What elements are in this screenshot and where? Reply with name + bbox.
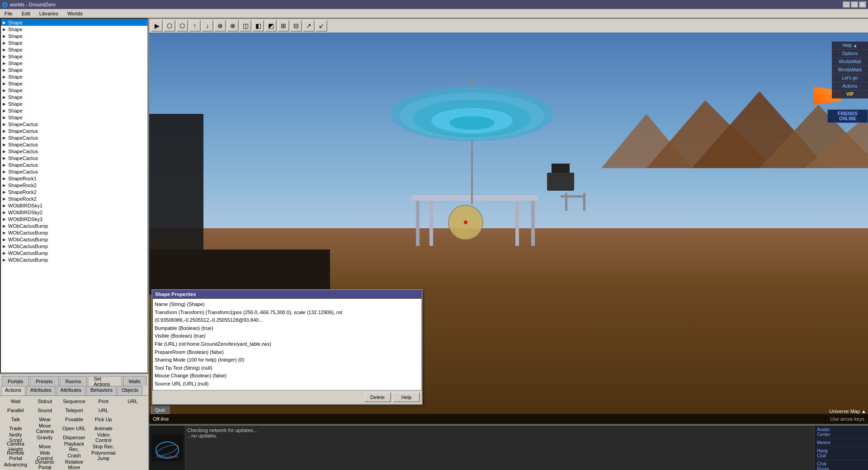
worldsmark-button[interactable]: WorldsMark <box>832 66 868 74</box>
tree-item-27[interactable]: ▶WObBIRDSky1 <box>1 202 147 209</box>
action-cell-6[interactable]: Sound <box>30 406 60 415</box>
action-cell-36[interactable]: Dynamic Portal <box>30 460 60 469</box>
quiz-button[interactable]: Quiz <box>151 406 170 414</box>
action-cell-25[interactable]: Camera Height <box>1 442 30 451</box>
action-cell-32[interactable]: Crash <box>60 451 89 460</box>
tree-item-19[interactable]: ▶ShapeCactus <box>1 148 147 155</box>
tree-item-2[interactable]: ▶Shape <box>1 33 147 39</box>
toolbar-btn-11[interactable]: ⊞ <box>278 20 289 32</box>
tree-item-24[interactable]: ▶ShapeRock2 <box>1 182 147 188</box>
tree-item-3[interactable]: ▶Shape <box>1 39 147 46</box>
help-button-overlay[interactable]: Help ▲ <box>832 42 868 50</box>
action-cell-31[interactable]: Web Control <box>30 451 60 460</box>
toolbar-btn-12[interactable]: ⊟ <box>290 20 302 32</box>
tree-item-14[interactable]: ▶Shape <box>1 114 147 121</box>
tree-item-6[interactable]: ▶Shape <box>1 60 147 66</box>
tree-item-20[interactable]: ▶ShapeCactus <box>1 155 147 161</box>
action-cell-18[interactable]: Animate <box>89 424 118 433</box>
tree-item-33[interactable]: ▶WObCactusBump <box>1 243 147 249</box>
toolbar-btn-7[interactable]: ⊗ <box>227 20 239 32</box>
actions-button-overlay[interactable]: Actions <box>832 82 868 90</box>
options-button-overlay[interactable]: Options <box>832 50 868 58</box>
action-cell-10[interactable]: Talk <box>1 415 30 424</box>
action-cell-26[interactable]: Move <box>30 442 60 451</box>
tree-item-17[interactable]: ▶ShapeCactus <box>1 134 147 141</box>
tree-item-26[interactable]: ▶ShapeRock2 <box>1 195 147 202</box>
tree-item-30[interactable]: ▶WObCactusBump <box>1 222 147 229</box>
action-cell-17[interactable]: Open URL <box>60 424 89 433</box>
toolbar-btn-3[interactable]: ⬡ <box>176 20 188 32</box>
object-tree[interactable]: ▶Shape▶Shape▶Shape▶Shape▶Shape▶Shape▶Sha… <box>0 18 148 373</box>
action-cell-16[interactable]: Move Camera <box>30 424 60 433</box>
tab-actions[interactable]: Actions <box>1 386 25 395</box>
tree-item-21[interactable]: ▶ShapeCactus <box>1 161 147 168</box>
tree-item-9[interactable]: ▶Shape <box>1 80 147 87</box>
tree-item-25[interactable]: ▶ShapeRock2 <box>1 188 147 195</box>
tree-item-34[interactable]: ▶WObCactusBump <box>1 249 147 256</box>
tab-attributes-1[interactable]: Attributes <box>26 386 55 395</box>
action-cell-37[interactable]: Relative Move <box>60 460 89 469</box>
menu-worlds[interactable]: Worlds <box>65 10 85 17</box>
tree-item-4[interactable]: ▶Shape <box>1 46 147 53</box>
action-cell-5[interactable]: Parallel <box>1 406 30 415</box>
letsgo-button[interactable]: Let's go <box>832 74 868 82</box>
action-cell-2[interactable]: Sequence <box>60 397 89 406</box>
action-cell-8[interactable]: URL <box>89 406 118 415</box>
toolbar-btn-2[interactable]: ⬡ <box>164 20 175 32</box>
close-button[interactable]: ✕ <box>859 1 866 8</box>
action-cell-22[interactable]: Dispenser <box>60 433 89 442</box>
tree-item-7[interactable]: ▶Shape <box>1 66 147 73</box>
tree-item-5[interactable]: ▶Shape <box>1 53 147 60</box>
action-cell-12[interactable]: Posable <box>60 415 89 424</box>
tree-item-11[interactable]: ▶Shape <box>1 94 147 100</box>
tree-item-35[interactable]: ▶WObCactusBump <box>1 256 147 263</box>
meteor-btn[interactable]: Meteor <box>814 439 868 447</box>
toolbar-btn-10[interactable]: ◩ <box>265 20 277 32</box>
action-cell-13[interactable]: Pick Up <box>89 415 118 424</box>
hang-club-btn[interactable]: HangClub <box>814 447 868 460</box>
action-cell-23[interactable]: Video Control <box>89 433 118 442</box>
tab-portals[interactable]: Portals <box>2 376 29 386</box>
toolbar-btn-8[interactable]: ◫ <box>240 20 251 32</box>
maximize-button[interactable]: □ <box>851 1 858 8</box>
worldsmail-button[interactable]: WorldsMail <box>832 58 868 66</box>
action-cell-15[interactable]: Trade <box>1 424 30 433</box>
action-cell-35[interactable]: Advancing <box>1 460 30 469</box>
tab-presets[interactable]: Presets <box>30 376 58 386</box>
action-cell-0[interactable]: Wait <box>1 397 30 406</box>
toolbar-btn-14[interactable]: ↙ <box>316 20 327 32</box>
toolbar-btn-4[interactable]: ↑ <box>189 20 201 32</box>
tree-item-8[interactable]: ▶Shape <box>1 73 147 80</box>
menu-file[interactable]: File <box>2 10 15 17</box>
toolbar-btn-9[interactable]: ◧ <box>252 20 264 32</box>
action-cell-27[interactable]: Playback Rec. <box>60 442 89 451</box>
tree-item-15[interactable]: ▶ShapeCactus <box>1 121 147 127</box>
tree-item-22[interactable]: ▶ShapeCactus <box>1 168 147 175</box>
toolbar-btn-13[interactable]: ↗ <box>303 20 315 32</box>
menu-libraries[interactable]: Libraries <box>37 10 61 17</box>
action-cell-28[interactable]: Stop Rec. <box>89 442 118 451</box>
action-cell-30[interactable]: Remote Portal <box>1 451 30 460</box>
tree-item-31[interactable]: ▶WObCactusBump <box>1 229 147 236</box>
tab-objects[interactable]: Objects <box>118 386 142 395</box>
tab-walls[interactable]: Walls <box>123 376 146 386</box>
action-cell-33[interactable]: Polynomial Jump <box>89 451 118 460</box>
help-button[interactable]: Help <box>393 392 420 402</box>
tree-item-23[interactable]: ▶ShapeRock1 <box>1 175 147 182</box>
tree-item-18[interactable]: ▶ShapeCactus <box>1 141 147 148</box>
chat-room-btn[interactable]: ChatRoom <box>814 460 868 470</box>
action-cell-4[interactable]: URL <box>118 397 147 406</box>
tab-set-actions[interactable]: Set Actions <box>88 376 122 386</box>
tab-behaviors[interactable]: Behaviors <box>86 386 117 395</box>
tree-item-13[interactable]: ▶Shape <box>1 107 147 114</box>
vip-button[interactable]: VIP <box>832 90 868 99</box>
tree-item-10[interactable]: ▶Shape <box>1 87 147 94</box>
tree-item-12[interactable]: ▶Shape <box>1 100 147 107</box>
universe-map-button[interactable]: Universe Map ▲ <box>829 409 866 414</box>
action-cell-1[interactable]: Stdout <box>30 397 60 406</box>
action-cell-7[interactable]: Teleport <box>60 406 89 415</box>
toolbar-btn-1[interactable]: ▶ <box>151 20 163 32</box>
tree-item-16[interactable]: ▶ShapeCactus <box>1 127 147 134</box>
action-cell-11[interactable]: Wear <box>30 415 60 424</box>
tree-item-0[interactable]: ▶Shape <box>1 19 147 26</box>
